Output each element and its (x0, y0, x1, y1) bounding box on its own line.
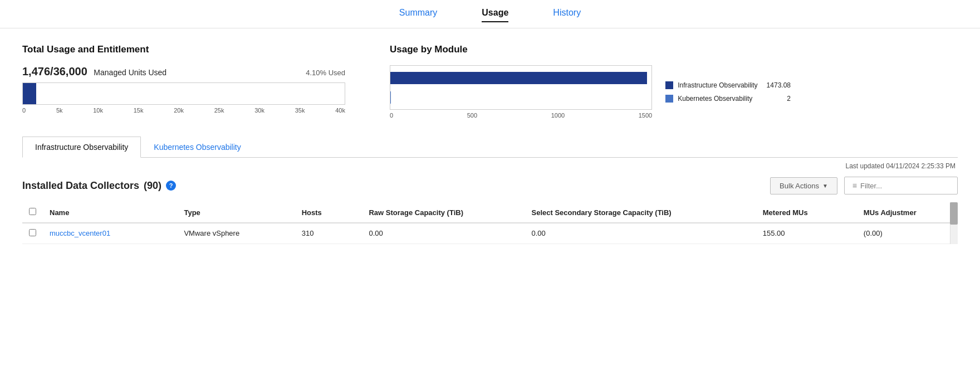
legend-k8s-label: Kubernetes Observability (678, 95, 778, 103)
module-usage-panel: Usage by Module 0 500 1000 (390, 44, 791, 119)
filter-input-container: ≡ (844, 177, 958, 194)
total-usage-bar-chart (22, 82, 345, 105)
collectors-title-text: Installed Data Collectors (22, 180, 139, 192)
legend-k8s-color (665, 95, 673, 103)
bulk-actions-label: Bulk Actions (780, 182, 819, 190)
scrollbar[interactable] (950, 202, 958, 244)
last-updated: Last updated 04/11/2024 2:25:33 PM (22, 162, 958, 170)
module-axis: 0 500 1000 1500 (390, 112, 652, 119)
row-checkbox[interactable] (29, 229, 36, 236)
usage-header: 1,476/36,000 Managed Units Used 4.10% Us… (22, 65, 345, 78)
tab-history[interactable]: History (553, 8, 581, 22)
tab-summary[interactable]: Summary (399, 8, 437, 22)
module-chart-wrapper: 0 500 1000 1500 Infrastructure Observabi… (390, 65, 791, 119)
total-usage-bar-fill (23, 83, 36, 104)
row-hosts: 310 (295, 223, 362, 244)
usage-current-total: 1,476/36,000 (22, 65, 90, 77)
usage-unit-label: Managed Units Used (94, 68, 166, 77)
collectors-count: (90) (144, 180, 161, 192)
row-metered-mus: 155.00 (756, 223, 857, 244)
module-legend: Infrastructure Observability 1473.08 Kub… (665, 81, 791, 103)
infra-bar-row (390, 66, 651, 87)
module-tabs-row: Infrastructure Observability Kubernetes … (22, 137, 958, 158)
th-secondary-storage: Select Secondary Storage Capacity (TiB) (525, 202, 756, 223)
th-name: Name (43, 202, 177, 223)
collectors-title: Installed Data Collectors (90) ? (22, 180, 176, 192)
legend-infra-value: 1473.08 (767, 81, 791, 89)
total-usage-panel: Total Usage and Entitlement 1,476/36,000… (22, 44, 345, 119)
th-raw-storage: Raw Storage Capacity (TiB) (362, 202, 525, 223)
th-hosts: Hosts (295, 202, 362, 223)
th-mus-adjustment: MUs Adjustmer (857, 202, 958, 223)
module-bar-area: 0 500 1000 1500 (390, 65, 652, 119)
top-row: Total Usage and Entitlement 1,476/36,000… (22, 44, 958, 119)
tab-infra-observability[interactable]: Infrastructure Observability (22, 137, 141, 158)
legend-infra-label: Infrastructure Observability (678, 81, 757, 89)
row-type: VMware vSphere (177, 223, 295, 244)
row-name[interactable]: muccbc_vcenter01 (43, 223, 177, 244)
infra-bar-fill (390, 72, 647, 84)
legend-k8s-value: 2 (787, 95, 791, 103)
header-actions: Bulk Actions ▼ ≡ (770, 177, 958, 194)
row-mus-adjustment: (0.00) (857, 223, 958, 244)
k8s-bar-row (390, 87, 651, 109)
main-content: Total Usage and Entitlement 1,476/36,000… (0, 28, 980, 255)
filter-icon: ≡ (852, 181, 857, 190)
select-all-checkbox[interactable] (29, 208, 36, 215)
module-bar-chart (390, 65, 652, 110)
usage-numbers: 1,476/36,000 Managed Units Used (22, 65, 166, 78)
collectors-header: Installed Data Collectors (90) ? Bulk Ac… (22, 177, 958, 194)
module-usage-title: Usage by Module (390, 44, 791, 55)
legend-infra-color (665, 81, 673, 89)
scrollbar-thumb[interactable] (950, 202, 958, 225)
row-raw-storage: 0.00 (362, 223, 525, 244)
collectors-table: Name Type Hosts Raw Storage Capacity (Ti… (22, 202, 958, 244)
row-checkbox-cell (22, 223, 43, 244)
legend-k8s: Kubernetes Observability 2 (665, 95, 791, 103)
k8s-bar-fill (390, 91, 391, 104)
th-type: Type (177, 202, 295, 223)
table-header-row: Name Type Hosts Raw Storage Capacity (Ti… (22, 202, 958, 223)
total-usage-title: Total Usage and Entitlement (22, 44, 345, 55)
bulk-actions-chevron-icon: ▼ (822, 183, 828, 189)
row-secondary-storage: 0.00 (525, 223, 756, 244)
th-checkbox (22, 202, 43, 223)
tab-usage[interactable]: Usage (482, 8, 508, 22)
total-usage-axis: 0 5k 10k 15k 20k 25k 30k 35k 40k (22, 107, 345, 114)
th-metered-mus: Metered MUs (756, 202, 857, 223)
top-navigation: Summary Usage History (0, 0, 980, 28)
filter-input[interactable] (860, 182, 949, 190)
collectors-table-wrapper: Name Type Hosts Raw Storage Capacity (Ti… (22, 202, 958, 244)
bulk-actions-button[interactable]: Bulk Actions ▼ (770, 177, 837, 194)
table-row: muccbc_vcenter01 VMware vSphere 310 0.00… (22, 223, 958, 244)
usage-percent: 4.10% Used (306, 69, 345, 77)
help-icon[interactable]: ? (166, 181, 176, 191)
tab-k8s-observability[interactable]: Kubernetes Observability (141, 137, 253, 158)
legend-infra: Infrastructure Observability 1473.08 (665, 81, 791, 89)
